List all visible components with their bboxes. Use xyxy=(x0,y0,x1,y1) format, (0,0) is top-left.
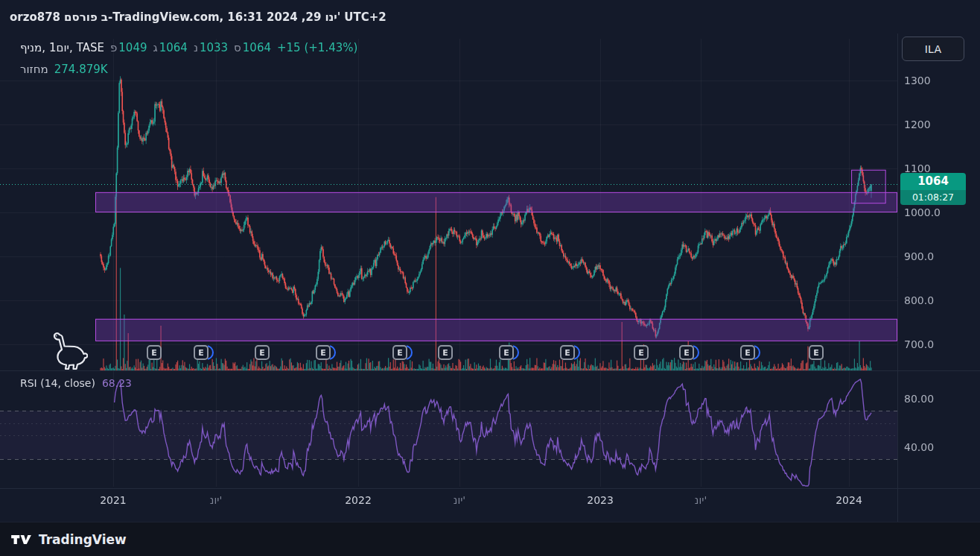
price-axis-label: 700.0 xyxy=(904,338,934,350)
ohlc-values: פ1049ג1064נ1033ס1064 xyxy=(110,41,271,54)
header-text-segment: UTC+2 xyxy=(344,10,386,24)
dinosaur-doodle xyxy=(52,331,88,371)
time-axis-label: 2021 xyxy=(100,494,127,506)
ohlc-item: ג1064 xyxy=(153,41,188,54)
ohlc-item: פ1049 xyxy=(110,41,147,54)
earnings-marker[interactable]: E xyxy=(194,345,209,360)
earnings-marker[interactable]: E xyxy=(740,345,755,360)
earnings-marker[interactable]: E xyxy=(392,345,407,360)
earnings-marker[interactable]: E xyxy=(560,345,575,360)
chart-region: 1300120011001000.0900.0800.0700.080.0040… xyxy=(0,0,980,556)
price-axis-label: 900.0 xyxy=(904,250,934,262)
main-series-legend[interactable]: מניף,1יום,TASE פ1049ג1064נ1033ס1064 +15 … xyxy=(20,41,357,54)
time-axis-label: 2023 xyxy=(587,494,614,506)
header-text-segment: ינו' xyxy=(325,10,340,24)
ohlc-item: ס1064 xyxy=(234,41,271,54)
change-value: +15 (+1.43%) xyxy=(277,41,357,54)
rsi-axis-label: 40.00 xyxy=(904,441,934,453)
earnings-marker[interactable]: E xyxy=(679,345,694,360)
earnings-marker[interactable]: E xyxy=(147,345,162,360)
header-text-segment: 16:31 xyxy=(227,10,263,24)
price-axis-label: 1300 xyxy=(904,75,931,86)
time-axis-label: 2022 xyxy=(345,494,372,506)
volume-value: 274.879K xyxy=(54,63,108,76)
price-axis-label: 1200 xyxy=(904,119,931,130)
price-axis-label: 800.0 xyxy=(904,294,934,306)
volume-legend[interactable]: מחזור 274.879K xyxy=(20,63,108,76)
footer: TradingView xyxy=(0,522,980,556)
last-price: 1064 xyxy=(900,173,966,190)
symbol-title[interactable]: מניף,1יום,TASE xyxy=(20,41,104,54)
header-text-segment: orzo878 xyxy=(10,10,60,24)
symbol-title-segment: מניף, xyxy=(20,41,45,54)
bar-countdown: 01:08:27 xyxy=(900,190,966,205)
brand-name[interactable]: TradingView xyxy=(39,532,127,547)
earnings-marker[interactable]: E xyxy=(809,345,824,360)
symbol-title-segment: TASE xyxy=(77,41,104,54)
time-axis-label: יונ' xyxy=(210,494,222,506)
rsi-value: 68.23 xyxy=(102,377,132,389)
price-axis-label: 1000.0 xyxy=(904,206,941,218)
header-text-segment: ,29 xyxy=(302,10,322,24)
volume-label: מחזור xyxy=(20,63,48,76)
symbol-badge[interactable]: ILA xyxy=(902,37,964,61)
time-axis-label: יונ' xyxy=(695,494,707,506)
earnings-marker[interactable]: E xyxy=(634,345,649,360)
earnings-marker[interactable]: E xyxy=(438,345,453,360)
header-text-segment: פורסם xyxy=(64,10,98,24)
ohlc-item: נ1033 xyxy=(194,41,228,54)
header-text-segment: ב-TradingView.com, xyxy=(101,10,224,24)
earnings-marker[interactable]: E xyxy=(499,345,514,360)
rsi-legend[interactable]: RSI (14, close) 68.23 xyxy=(20,377,132,389)
time-axis-label: יונ' xyxy=(454,494,465,506)
symbol-title-segment: 1יום, xyxy=(49,41,73,54)
header-text-segment: 2024 xyxy=(267,10,298,24)
earnings-marker[interactable]: E xyxy=(255,345,270,360)
tradingview-chart-snapshot: 1300120011001000.0900.0800.0700.080.0040… xyxy=(0,0,980,556)
earnings-marker[interactable]: E xyxy=(316,345,331,360)
snapshot-header: orzo878פורסםב-TradingView.com,16:312024,… xyxy=(0,0,980,34)
rsi-axis-label: 80.00 xyxy=(904,393,934,405)
time-axis-label: 2024 xyxy=(836,494,862,506)
tradingview-logo[interactable] xyxy=(10,531,32,549)
price-chart-canvas[interactable] xyxy=(0,0,980,556)
last-price-badge: 1064 01:08:27 xyxy=(900,173,966,205)
rsi-title: RSI (14, close) xyxy=(20,377,95,389)
